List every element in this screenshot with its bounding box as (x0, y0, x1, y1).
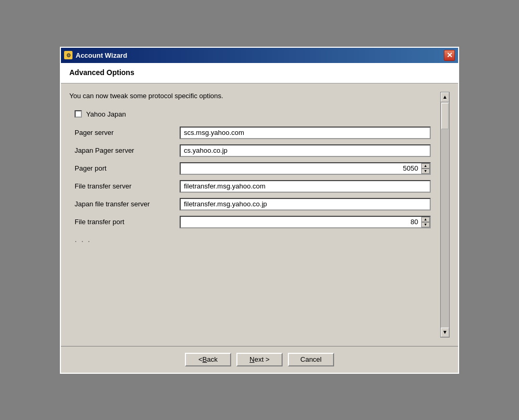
dialog-title: Account Wizard (76, 51, 127, 59)
cancel-button[interactable]: Cancel (288, 353, 334, 366)
dot-1: · (75, 237, 77, 246)
yahoo-japan-row: Yahoo Japan (75, 110, 431, 118)
file-transfer-port-input[interactable] (180, 216, 421, 228)
account-wizard-dialog: ⚙ Account Wizard ✕ Advanced Options You … (60, 47, 459, 374)
file-transfer-server-label: File transfer server (75, 182, 180, 190)
scrollable-content: You can now tweak some protocol specific… (69, 92, 436, 338)
close-button[interactable]: ✕ (444, 50, 455, 61)
description-text: You can now tweak some protocol specific… (69, 92, 436, 100)
japan-file-transfer-server-row: Japan file transfer server (75, 198, 431, 211)
scroll-thumb[interactable] (441, 103, 449, 129)
file-transfer-port-up-button[interactable]: ▲ (421, 217, 430, 222)
back-button[interactable]: < Back (185, 353, 231, 366)
dots-row: · · · (75, 234, 431, 246)
pager-port-up-button[interactable]: ▲ (421, 163, 430, 169)
file-transfer-server-row: File transfer server (75, 180, 431, 193)
page-title: Advanced Options (69, 68, 450, 77)
japan-file-transfer-server-label: Japan file transfer server (75, 200, 180, 208)
japan-file-transfer-server-input[interactable] (180, 198, 431, 211)
next-underline: N (250, 355, 254, 363)
pager-port-input[interactable] (180, 162, 421, 175)
pager-port-down-button[interactable]: ▼ (421, 169, 430, 174)
yahoo-japan-checkbox[interactable] (75, 110, 82, 118)
japan-pager-server-row: Japan Pager server (75, 144, 431, 157)
dot-3: · (88, 237, 90, 246)
file-transfer-port-row: File transfer port ▲ ▼ (75, 216, 431, 228)
file-transfer-server-input[interactable] (180, 180, 431, 193)
wizard-icon: ⚙ (64, 51, 72, 59)
pager-server-input[interactable] (180, 127, 431, 139)
scroll-up-button[interactable]: ▲ (441, 92, 449, 102)
scroll-down-button[interactable]: ▼ (441, 328, 449, 337)
pager-server-label: Pager server (75, 129, 180, 136)
pager-port-spinner: ▲ ▼ (180, 162, 431, 175)
content-area: You can now tweak some protocol specific… (61, 83, 458, 346)
dot-2: · (81, 237, 83, 246)
pager-port-row: Pager port ▲ ▼ (75, 162, 431, 175)
back-underline: B (202, 355, 207, 363)
pager-port-spinner-buttons: ▲ ▼ (421, 162, 431, 175)
yahoo-japan-label: Yahoo Japan (86, 110, 126, 118)
file-transfer-port-down-button[interactable]: ▼ (421, 222, 430, 227)
next-button[interactable]: Next > (236, 353, 283, 366)
file-transfer-port-label: File transfer port (75, 218, 180, 226)
title-bar-text: ⚙ Account Wizard (64, 51, 127, 59)
dialog-body: You can now tweak some protocol specific… (61, 83, 458, 373)
scroll-track (441, 102, 449, 328)
japan-pager-server-input[interactable] (180, 144, 431, 157)
file-transfer-port-spinner-buttons: ▲ ▼ (421, 216, 431, 228)
file-transfer-port-spinner: ▲ ▼ (180, 216, 431, 228)
scrollbar[interactable]: ▲ ▼ (440, 92, 450, 338)
pager-server-row: Pager server (75, 127, 431, 139)
form-area: Yahoo Japan Pager server Japan Pager ser… (69, 110, 436, 246)
pager-port-label: Pager port (75, 164, 180, 172)
title-bar: ⚙ Account Wizard ✕ (61, 48, 458, 63)
dialog-footer: < Back Next > Cancel (61, 346, 458, 373)
dialog-header: Advanced Options (61, 63, 458, 83)
japan-pager-server-label: Japan Pager server (75, 146, 180, 154)
